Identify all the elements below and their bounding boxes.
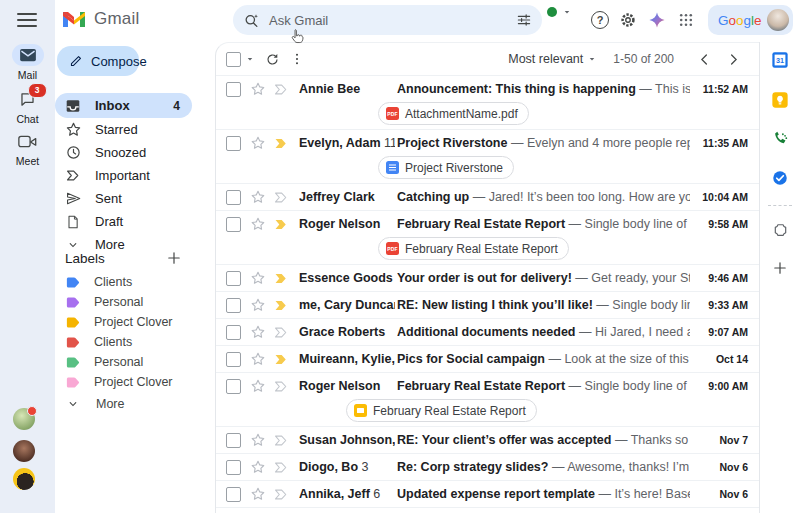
importance-marker[interactable] — [273, 432, 290, 449]
star-icon[interactable] — [250, 351, 266, 367]
importance-marker[interactable] — [273, 459, 290, 476]
importance-marker[interactable] — [273, 486, 290, 503]
create-label-icon[interactable] — [166, 250, 182, 266]
email-row[interactable]: Jeffrey ClarkCatching up — Jared! It’s b… — [216, 184, 760, 211]
gemini-button[interactable] — [645, 8, 669, 32]
apps-grid-button[interactable] — [674, 8, 698, 32]
email-checkbox[interactable] — [226, 190, 241, 205]
google-account-pill[interactable]: Google — [708, 5, 793, 35]
email-checkbox[interactable] — [226, 271, 241, 286]
search-bar[interactable]: Ask Gmail — [233, 5, 542, 35]
email-row[interactable]: Roger NelsonFebruary Real Estate Report … — [216, 373, 760, 427]
email-row[interactable]: Annika, Jeff 6Updated expense report tem… — [216, 481, 760, 508]
email-row[interactable]: Annie BeeAnnouncement: This thing is hap… — [216, 76, 760, 130]
select-all-checkbox[interactable] — [226, 52, 241, 67]
email-checkbox[interactable] — [226, 298, 241, 313]
email-checkbox[interactable] — [226, 487, 241, 502]
contact-avatar[interactable] — [13, 468, 35, 490]
star-icon[interactable] — [250, 81, 266, 97]
email-row[interactable]: Essence GoodsYour order is out for deliv… — [216, 265, 760, 292]
importance-marker[interactable] — [273, 216, 290, 233]
sidebar-item-draft[interactable]: Draft — [55, 210, 192, 233]
star-icon[interactable] — [250, 459, 266, 475]
importance-marker[interactable] — [273, 189, 290, 206]
sidebar-item-starred[interactable]: Starred — [55, 118, 192, 141]
get-add-ons-plus-icon[interactable] — [770, 258, 790, 278]
sidebar-label-personal[interactable]: Personal — [55, 352, 192, 372]
star-icon[interactable] — [250, 432, 266, 448]
status-selector[interactable] — [547, 7, 572, 17]
search-options-icon[interactable] — [516, 12, 532, 28]
labels-more[interactable]: More — [55, 394, 203, 414]
star-icon[interactable] — [250, 189, 266, 205]
attachment-chip[interactable]: PDFAttachmentName.pdf — [378, 102, 529, 125]
email-row[interactable]: Susan Johnson, me 2RE: Your client’s off… — [216, 427, 760, 454]
select-caret-icon[interactable] — [245, 54, 255, 64]
sidebar-item-snoozed[interactable]: Snoozed — [55, 141, 192, 164]
rail-item-mail[interactable]: Mail — [0, 44, 55, 81]
email-checkbox[interactable] — [226, 352, 241, 367]
sidebar-label-clients[interactable]: Clients — [55, 272, 192, 292]
sidebar-label-project-clover[interactable]: Project Clover — [55, 372, 192, 392]
email-checkbox[interactable] — [226, 217, 241, 232]
star-icon[interactable] — [250, 135, 266, 151]
compose-button[interactable]: Compose — [57, 46, 139, 76]
rail-item-meet[interactable]: Meet — [0, 130, 55, 167]
importance-marker[interactable] — [273, 135, 290, 152]
sidebar-label-project-clover[interactable]: Project Clover — [55, 312, 192, 332]
status-caret-icon — [562, 7, 572, 17]
email-checkbox[interactable] — [226, 379, 241, 394]
importance-marker[interactable] — [273, 378, 290, 395]
email-checkbox[interactable] — [226, 433, 241, 448]
importance-marker[interactable] — [273, 351, 290, 368]
star-icon[interactable] — [250, 270, 266, 286]
importance-marker[interactable] — [273, 81, 290, 98]
sidebar-label-personal[interactable]: Personal — [55, 292, 192, 312]
star-icon[interactable] — [250, 486, 266, 502]
email-row[interactable]: Diogo, Bo 3Re: Corp strategy slides? — A… — [216, 454, 760, 481]
more-options-icon[interactable] — [290, 52, 304, 66]
email-checkbox[interactable] — [226, 460, 241, 475]
voice-icon[interactable] — [770, 130, 790, 150]
sidebar-item-inbox[interactable]: Inbox4 — [55, 93, 192, 118]
rail-item-label: Mail — [0, 69, 55, 81]
sidebar-item-sent[interactable]: Sent — [55, 187, 192, 210]
older-page-button[interactable] — [719, 52, 748, 67]
help-button[interactable]: ? — [588, 8, 612, 32]
attachment-chip[interactable]: February Real Estate Report — [346, 399, 537, 422]
tasks-icon[interactable] — [770, 168, 790, 188]
keep-icon[interactable] — [770, 90, 790, 110]
email-row[interactable]: Grace RobertsAdditional documents needed… — [216, 319, 760, 346]
refresh-icon[interactable] — [265, 52, 280, 67]
sidebar-label-clients[interactable]: Clients — [55, 332, 192, 352]
rail-item-chat[interactable]: 3Chat — [0, 88, 55, 125]
calendar-icon[interactable]: 31 — [770, 50, 790, 70]
gmail-logo[interactable]: Gmail — [62, 9, 139, 29]
importance-marker[interactable] — [273, 297, 290, 314]
add-ons-icon[interactable] — [770, 220, 790, 240]
main-menu-icon[interactable] — [17, 13, 37, 27]
email-checkbox[interactable] — [226, 136, 241, 151]
importance-marker[interactable] — [273, 270, 290, 287]
email-checkbox[interactable] — [226, 325, 241, 340]
email-sender: Annie Bee — [299, 82, 395, 96]
settings-button[interactable] — [616, 8, 640, 32]
newer-page-button[interactable] — [690, 52, 719, 67]
contact-avatar[interactable] — [13, 440, 35, 462]
star-icon[interactable] — [250, 297, 266, 313]
email-row[interactable]: Muireann, Kylie, David 5Pics for Social … — [216, 346, 760, 373]
star-icon[interactable] — [250, 324, 266, 340]
sidebar-item-important[interactable]: Important — [55, 164, 192, 187]
star-icon[interactable] — [250, 216, 266, 232]
user-avatar[interactable] — [767, 9, 789, 31]
email-row[interactable]: Roger NelsonFebruary Real Estate Report … — [216, 211, 760, 265]
email-row[interactable]: Evelyn, Adam 11Project Riverstone — Evel… — [216, 130, 760, 184]
email-row[interactable]: me, Cary Duncan 2RE: New listing I think… — [216, 292, 760, 319]
attachment-chip[interactable]: Project Riverstone — [378, 156, 514, 179]
contact-avatar[interactable] — [13, 408, 35, 430]
email-checkbox[interactable] — [226, 82, 241, 97]
sort-selector[interactable]: Most relevant — [508, 52, 597, 66]
importance-marker[interactable] — [273, 324, 290, 341]
star-icon[interactable] — [250, 378, 266, 394]
attachment-chip[interactable]: PDFFebruary Real Estate Report — [378, 237, 569, 260]
